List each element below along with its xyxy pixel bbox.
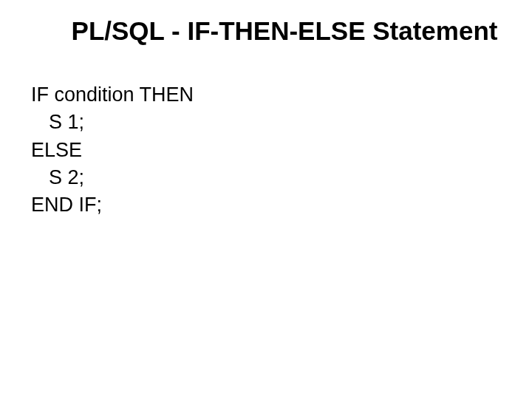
slide-title: PL/SQL - IF-THEN-ELSE Statement [0,16,532,46]
code-line-1: IF condition THEN [31,81,532,109]
slide-container: PL/SQL - IF-THEN-ELSE Statement IF condi… [0,0,532,399]
code-block: IF condition THEN S 1; ELSE S 2; END IF; [0,81,532,219]
code-line-5: END IF; [31,191,532,219]
code-line-4: S 2; [31,164,532,191]
code-line-2: S 1; [31,109,532,136]
code-line-3: ELSE [31,137,532,164]
